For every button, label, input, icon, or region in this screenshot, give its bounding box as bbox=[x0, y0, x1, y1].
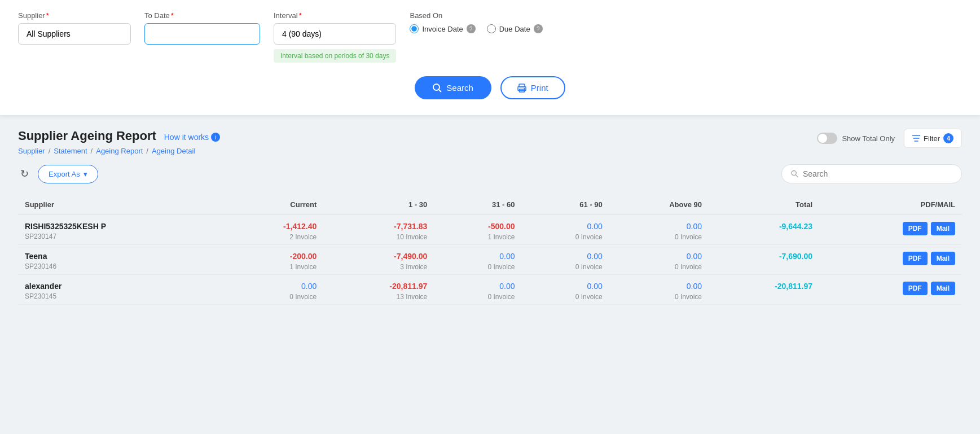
mail-button-1[interactable]: Mail bbox=[931, 252, 955, 265]
report-header: Supplier Ageing Report How it works i Su… bbox=[18, 129, 962, 155]
interval-select[interactable]: 4 (90 days) bbox=[274, 23, 396, 45]
invoice-date-label: Invoice Date bbox=[422, 25, 463, 33]
search-box-icon bbox=[791, 170, 798, 178]
above90-invoices-2: 0 Invoice bbox=[616, 293, 702, 301]
to-date-group: To Date* 07-12-2023 bbox=[144, 11, 260, 45]
pdf-button-2[interactable]: PDF bbox=[903, 282, 928, 295]
above90-cell-1: 0.00 0 Invoice bbox=[609, 245, 709, 275]
col-total: Total bbox=[709, 195, 819, 215]
range2-invoices-0: 1 Invoice bbox=[441, 233, 515, 241]
above90-invoices-0: 0 Invoice bbox=[616, 233, 702, 241]
range1-cell-0: -7,731.83 10 Invoice bbox=[323, 215, 434, 245]
main-content: Supplier Ageing Report How it works i Su… bbox=[0, 115, 980, 318]
show-total-label: Show Total Only bbox=[842, 134, 895, 143]
col-pdf-mail: PDF/MAIL bbox=[819, 195, 962, 215]
supplier-select[interactable]: All Suppliers bbox=[18, 23, 131, 45]
search-button[interactable]: Search bbox=[415, 76, 491, 99]
range2-amount-1: 0.00 bbox=[441, 252, 515, 261]
svg-point-5 bbox=[524, 87, 525, 89]
supplier-cell-2: alexander SP230145 bbox=[18, 275, 222, 305]
supplier-name-0: RISHI5325325KESH P bbox=[25, 222, 216, 231]
export-chevron-icon: ▾ bbox=[84, 170, 87, 178]
export-button[interactable]: Export As ▾ bbox=[38, 165, 98, 183]
col-above-90: Above 90 bbox=[609, 195, 709, 215]
export-label: Export As bbox=[49, 170, 80, 178]
supplier-cell-1: Teena SP230146 bbox=[18, 245, 222, 275]
invoice-date-option[interactable]: Invoice Date ? bbox=[410, 24, 475, 33]
supplier-group: Supplier* All Suppliers bbox=[18, 11, 131, 45]
range3-amount-2: 0.00 bbox=[529, 282, 603, 291]
due-date-help-icon[interactable]: ? bbox=[534, 24, 543, 33]
show-total-toggle-row: Show Total Only bbox=[817, 133, 895, 144]
right-controls: Show Total Only Filter 4 bbox=[817, 129, 962, 148]
total-amount-1: -7,690.00 bbox=[715, 252, 812, 261]
invoice-date-help-icon[interactable]: ? bbox=[467, 24, 476, 33]
range3-invoices-0: 0 Invoice bbox=[529, 233, 603, 241]
current-cell-1: -200.00 1 Invoice bbox=[222, 245, 323, 275]
mail-button-0[interactable]: Mail bbox=[931, 222, 955, 235]
show-total-toggle[interactable] bbox=[817, 133, 837, 144]
current-amount-1: -200.00 bbox=[229, 252, 317, 261]
pdf-button-0[interactable]: PDF bbox=[903, 222, 928, 235]
current-invoices-1: 1 Invoice bbox=[229, 263, 317, 271]
total-cell-2: -20,811.97 bbox=[709, 275, 819, 305]
filter-label: Filter bbox=[924, 134, 940, 143]
to-date-input[interactable]: 07-12-2023 bbox=[144, 23, 260, 45]
breadcrumb-ageing-report[interactable]: Ageing Report bbox=[96, 147, 143, 155]
current-invoices-2: 0 Invoice bbox=[229, 293, 317, 301]
above90-invoices-1: 0 Invoice bbox=[616, 263, 702, 271]
how-it-works-link[interactable]: How it works i bbox=[164, 133, 220, 142]
due-date-option[interactable]: Due Date ? bbox=[487, 24, 543, 33]
range1-invoices-2: 13 Invoice bbox=[330, 293, 427, 301]
toolbar: ↻ Export As ▾ bbox=[18, 164, 962, 183]
pdf-mail-cell-1: PDF Mail bbox=[819, 245, 962, 275]
range1-amount-2: -20,811.97 bbox=[330, 282, 427, 291]
svg-line-7 bbox=[796, 175, 798, 177]
total-amount-2: -20,811.97 bbox=[715, 282, 812, 291]
refresh-button[interactable]: ↻ bbox=[18, 165, 31, 182]
breadcrumb-ageing-detail[interactable]: Ageing Detail bbox=[152, 147, 195, 155]
search-input[interactable] bbox=[803, 169, 952, 178]
range3-amount-1: 0.00 bbox=[529, 252, 603, 261]
range3-invoices-2: 0 Invoice bbox=[529, 293, 603, 301]
range1-cell-1: -7,490.00 3 Invoice bbox=[323, 245, 434, 275]
due-date-radio[interactable] bbox=[487, 24, 496, 33]
range1-invoices-1: 3 Invoice bbox=[330, 263, 427, 271]
pdf-mail-cell-0: PDF Mail bbox=[819, 215, 962, 245]
invoice-date-radio[interactable] bbox=[410, 24, 419, 33]
report-title: Supplier Ageing Report bbox=[18, 129, 156, 143]
supplier-id-2: SP230145 bbox=[25, 292, 216, 300]
search-icon bbox=[433, 84, 442, 93]
range2-amount-0: -500.00 bbox=[441, 222, 515, 231]
range3-amount-0: 0.00 bbox=[529, 222, 603, 231]
col-current: Current bbox=[222, 195, 323, 215]
to-date-label: To Date* bbox=[144, 11, 260, 20]
range2-amount-2: 0.00 bbox=[441, 282, 515, 291]
range3-cell-0: 0.00 0 Invoice bbox=[522, 215, 609, 245]
range2-invoices-1: 0 Invoice bbox=[441, 263, 515, 271]
print-button[interactable]: Print bbox=[500, 76, 565, 99]
current-cell-0: -1,412.40 2 Invoice bbox=[222, 215, 323, 245]
pdf-button-1[interactable]: PDF bbox=[903, 252, 928, 265]
range2-invoices-2: 0 Invoice bbox=[441, 293, 515, 301]
breadcrumb-supplier[interactable]: Supplier bbox=[18, 147, 45, 155]
range3-cell-2: 0.00 0 Invoice bbox=[522, 275, 609, 305]
print-button-label: Print bbox=[531, 83, 548, 93]
current-invoices-0: 2 Invoice bbox=[229, 233, 317, 241]
range3-cell-1: 0.00 0 Invoice bbox=[522, 245, 609, 275]
action-row: Search Print bbox=[18, 76, 962, 99]
supplier-id-0: SP230147 bbox=[25, 233, 216, 240]
total-cell-1: -7,690.00 bbox=[709, 245, 819, 275]
breadcrumb: Supplier / Statement / Ageing Report / A… bbox=[18, 147, 220, 155]
current-cell-2: 0.00 0 Invoice bbox=[222, 275, 323, 305]
supplier-name-2: alexander bbox=[25, 282, 216, 291]
col-31-60: 31 - 60 bbox=[434, 195, 521, 215]
data-table: Supplier Current 1 - 30 31 - 60 61 - 90 … bbox=[18, 195, 962, 305]
mail-button-2[interactable]: Mail bbox=[931, 282, 955, 295]
filter-button[interactable]: Filter 4 bbox=[904, 129, 962, 148]
above90-amount-2: 0.00 bbox=[616, 282, 702, 291]
breadcrumb-statement[interactable]: Statement bbox=[54, 147, 87, 155]
table-row: alexander SP230145 0.00 0 Invoice -20,81… bbox=[18, 275, 962, 305]
search-box[interactable] bbox=[781, 164, 962, 183]
how-it-works-label: How it works bbox=[164, 133, 209, 142]
